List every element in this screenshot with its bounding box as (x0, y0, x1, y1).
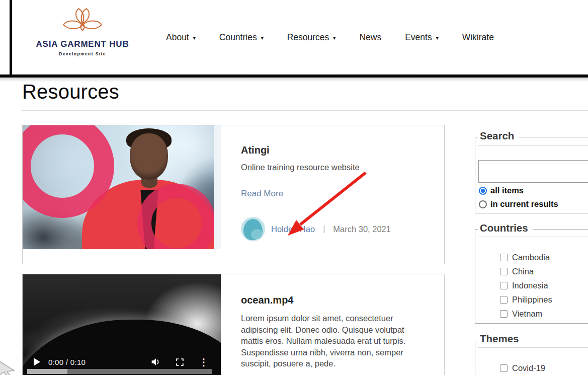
countries-panel: Countries Cambodia China Indonesia Phili… (475, 229, 588, 324)
header-left-border (10, 0, 12, 75)
page: ASIA GARMENT HUB Development Site About▾… (0, 0, 588, 375)
read-more-link[interactable]: Read More (241, 189, 283, 199)
avatar[interactable] (241, 217, 265, 241)
checkbox-philippines[interactable]: Philippines (500, 295, 552, 305)
resource-card-atingi: Atingi Online training resource website … (22, 125, 445, 264)
header: ASIA GARMENT HUB Development Site About▾… (0, 0, 588, 78)
radio-selected-icon[interactable] (479, 187, 487, 195)
checkbox-china[interactable]: China (500, 267, 534, 276)
nav-about[interactable]: About▾ (166, 32, 196, 43)
themes-panel: Themes Covid-19 (475, 340, 588, 375)
nav-news[interactable]: News (359, 32, 381, 43)
fullscreen-icon[interactable] (174, 356, 186, 368)
video-buffered-bar (27, 369, 67, 374)
search-input[interactable] (478, 160, 588, 183)
video-time: 0:00 / 0:10 (48, 358, 86, 366)
meta-separator: | (323, 224, 325, 234)
title-divider (22, 110, 588, 111)
nav-resources[interactable]: Resources▾ (287, 32, 336, 43)
checkbox-icon[interactable] (500, 364, 508, 372)
mouse-cursor (0, 359, 19, 375)
nav-countries[interactable]: Countries▾ (219, 32, 264, 43)
checkbox-icon[interactable] (500, 282, 508, 289)
checkbox-icon[interactable] (500, 268, 508, 275)
nav-wikirate[interactable]: Wikirate (462, 32, 494, 43)
author-link[interactable]: Holden Hao (271, 224, 315, 234)
themes-panel-title: Themes (478, 333, 524, 345)
countries-panel-title: Countries (478, 222, 533, 234)
radio-unselected-icon[interactable] (479, 200, 487, 208)
caret-down-icon: ▾ (193, 35, 196, 41)
resource-description: Online training resource website (241, 163, 360, 172)
resource-thumbnail-woman-photo[interactable] (23, 125, 221, 249)
caret-down-icon: ▾ (333, 35, 335, 41)
resource-description: Lorem ipsum dolor sit amet, consectetuer… (241, 313, 418, 369)
author-row: Holden Hao | March 30, 2021 (241, 217, 391, 241)
search-panel-title: Search (478, 130, 519, 142)
lotus-icon (61, 7, 104, 38)
site-title: ASIA GARMENT HUB (34, 39, 131, 49)
volume-icon[interactable] (149, 356, 161, 368)
resource-title[interactable]: ocean.mp4 (241, 294, 293, 306)
checkbox-indonesia[interactable]: Indonesia (500, 281, 548, 290)
page-title: Resources (22, 81, 119, 103)
search-panel: Search all items in current results (475, 137, 588, 213)
caret-down-icon: ▾ (261, 35, 264, 41)
radio-in-current-results[interactable]: in current results (479, 199, 558, 209)
checkbox-covid-19[interactable]: Covid-19 (500, 363, 545, 373)
main-nav: About▾ Countries▾ Resources▾ News Events… (166, 0, 494, 75)
caret-down-icon: ▾ (436, 35, 439, 41)
checkbox-icon[interactable] (500, 310, 508, 318)
resource-date: March 30, 2021 (333, 224, 391, 234)
checkbox-cambodia[interactable]: Cambodia (500, 253, 550, 262)
checkbox-icon[interactable] (500, 254, 508, 261)
checkbox-icon[interactable] (500, 296, 508, 304)
video-menu-icon[interactable]: ⋮ (198, 356, 210, 368)
radio-all-items[interactable]: all items (479, 186, 524, 195)
resource-title[interactable]: Atingi (241, 144, 270, 156)
resource-card-ocean: 0:00 / 0:10 ⋮ (22, 274, 445, 375)
site-logo[interactable]: ASIA GARMENT HUB Development Site (34, 7, 131, 56)
video-player[interactable]: 0:00 / 0:10 ⋮ (23, 274, 221, 375)
site-subtitle: Development Site (34, 51, 131, 56)
play-button[interactable] (34, 358, 40, 366)
video-seekbar[interactable] (27, 369, 212, 374)
nav-events[interactable]: Events▾ (405, 32, 439, 43)
checkbox-vietnam[interactable]: Vietnam (500, 309, 542, 319)
